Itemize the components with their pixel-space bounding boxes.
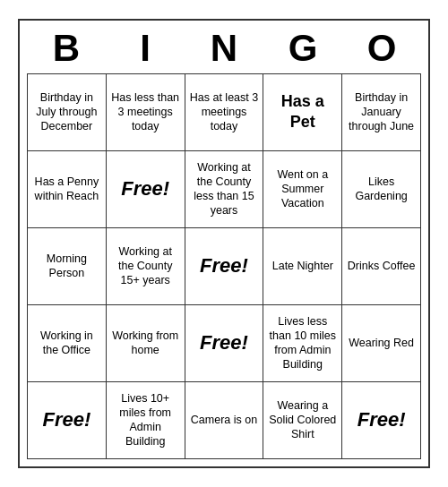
- bingo-card: B I N G O Birthday in July through Decem…: [18, 19, 430, 467]
- bingo-cell-0: Birthday in July through December: [28, 74, 107, 151]
- letter-n: N: [185, 28, 263, 69]
- bingo-cell-22: Camera is on: [185, 382, 264, 459]
- bingo-cell-14: Drinks Coffee: [342, 228, 421, 305]
- letter-g: G: [263, 28, 342, 69]
- bingo-cell-19: Wearing Red: [342, 305, 421, 382]
- letter-o: O: [342, 28, 421, 69]
- bingo-cell-16: Working from home: [107, 305, 185, 382]
- bingo-cell-10: Morning Person: [28, 228, 107, 305]
- bingo-cell-18: Lives less than 10 miles from Admin Buil…: [263, 305, 342, 382]
- bingo-cell-4: Birthday in January through June: [342, 74, 421, 151]
- bingo-cell-23: Wearing a Solid Colored Shirt: [263, 382, 342, 459]
- bingo-cell-24: Free!: [342, 382, 421, 459]
- bingo-cell-17: Free!: [185, 305, 264, 382]
- bingo-cell-1: Has less than 3 meetings today: [107, 74, 185, 151]
- bingo-cell-7: Working at the County less than 15 years: [185, 151, 264, 228]
- bingo-cell-11: Working at the County 15+ years: [107, 228, 185, 305]
- bingo-cell-5: Has a Penny within Reach: [28, 151, 107, 228]
- bingo-cell-6: Free!: [107, 151, 185, 228]
- bingo-cell-9: Likes Gardening: [342, 151, 421, 228]
- bingo-cell-13: Late Nighter: [263, 228, 342, 305]
- bingo-header: B I N G O: [27, 28, 421, 69]
- bingo-cell-21: Lives 10+ miles from Admin Building: [107, 382, 185, 459]
- bingo-cell-20: Free!: [28, 382, 107, 459]
- letter-b: B: [27, 28, 106, 69]
- bingo-cell-12: Free!: [185, 228, 264, 305]
- bingo-cell-2: Has at least 3 meetings today: [185, 74, 264, 151]
- bingo-cell-8: Went on a Summer Vacation: [263, 151, 342, 228]
- letter-i: I: [106, 28, 185, 69]
- bingo-cell-15: Working in the Office: [28, 305, 107, 382]
- bingo-grid: Birthday in July through DecemberHas les…: [27, 73, 421, 459]
- bingo-cell-3: Has a Pet: [263, 74, 342, 151]
